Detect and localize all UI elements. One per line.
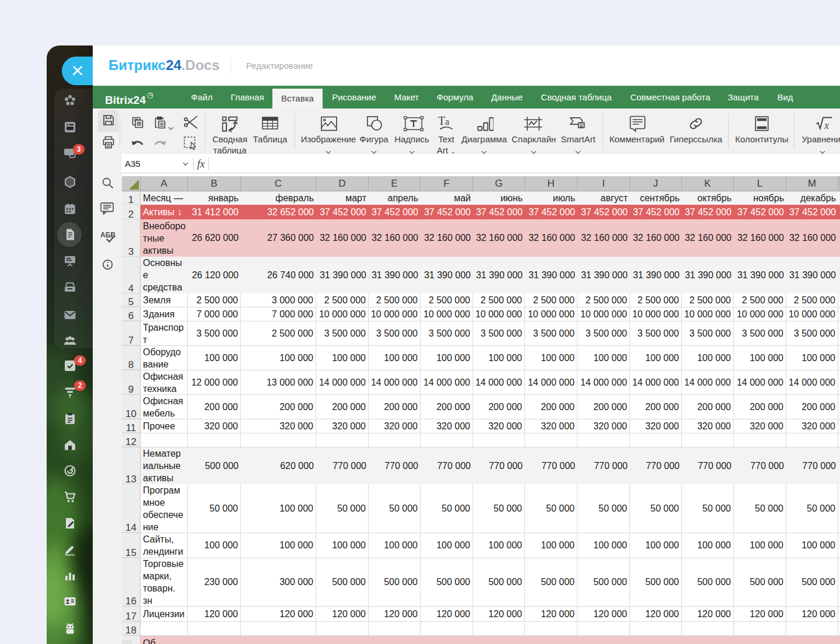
svg-text:a: a <box>445 117 449 127</box>
svg-text:x: x <box>824 120 829 131</box>
svg-text:T: T <box>438 115 445 127</box>
